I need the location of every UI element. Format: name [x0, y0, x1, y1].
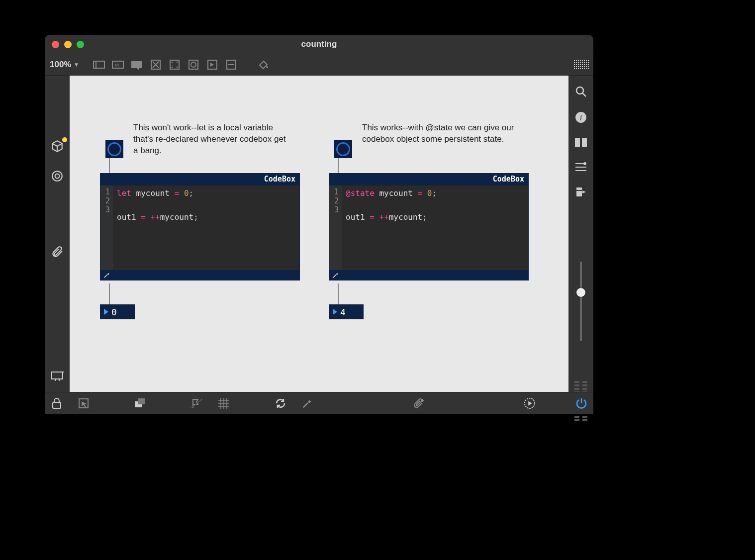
- play-icon[interactable]: [524, 397, 536, 409]
- codebox-title: CodeBox: [100, 174, 299, 186]
- zoom-value: 100%: [50, 60, 71, 70]
- presentation-icon[interactable]: [50, 369, 64, 383]
- svg-point-21: [55, 174, 60, 179]
- split-view-icon[interactable]: [574, 137, 587, 148]
- zoom-dropdown[interactable]: 100% ▼: [50, 60, 79, 70]
- slider-thumb[interactable]: [576, 288, 585, 297]
- target-icon[interactable]: [50, 169, 64, 183]
- paint-bucket-icon[interactable]: [256, 59, 270, 71]
- bottom-toolbar: [45, 392, 593, 414]
- code-area[interactable]: @state mycount = 0; out1 = ++mycount;: [342, 186, 528, 270]
- close-button[interactable]: [52, 41, 59, 48]
- code-area[interactable]: let mycount = 0; out1 = ++mycount;: [113, 186, 299, 270]
- power-icon[interactable]: [575, 397, 587, 409]
- toggle-icon[interactable]: [149, 59, 163, 71]
- grid-icon[interactable]: [574, 59, 588, 71]
- bang-button[interactable]: [334, 140, 352, 158]
- svg-marker-50: [528, 401, 532, 405]
- volume-slider[interactable]: [580, 232, 582, 341]
- line-number-gutter: 1 2 3: [329, 186, 342, 270]
- svg-rect-13: [189, 60, 198, 69]
- triangle-icon: [104, 309, 108, 315]
- attach-plus-icon[interactable]: [413, 397, 425, 409]
- build-hammer-icon[interactable]: [301, 397, 313, 409]
- bang-icon[interactable]: [187, 59, 200, 71]
- line-number-gutter: 1 2 3: [100, 186, 113, 270]
- comment-text: This won't work--let is a local variable…: [133, 122, 287, 157]
- flag-icon[interactable]: [191, 397, 203, 409]
- titlebar: counting: [45, 35, 593, 54]
- svg-marker-16: [210, 63, 214, 67]
- svg-point-35: [583, 162, 586, 165]
- svg-rect-22: [52, 372, 63, 379]
- left-sidebar: [45, 76, 70, 392]
- message-box-icon[interactable]: m: [111, 59, 125, 71]
- bang-button[interactable]: [105, 140, 123, 158]
- patch-cable: [109, 283, 110, 304]
- svg-rect-0: [94, 61, 104, 68]
- svg-text:m: m: [115, 62, 119, 68]
- cursor-icon[interactable]: [78, 397, 90, 409]
- export-icon[interactable]: [574, 186, 587, 198]
- object-box-icon[interactable]: [92, 59, 106, 71]
- number-box[interactable]: 4: [329, 304, 364, 319]
- slider-icon[interactable]: [205, 59, 219, 71]
- patch-cable: [338, 283, 339, 304]
- panel-icon[interactable]: [224, 59, 238, 71]
- svg-point-12: [177, 67, 178, 68]
- svg-point-19: [266, 66, 268, 68]
- svg-point-26: [576, 87, 583, 94]
- comment-box-icon[interactable]: [130, 59, 144, 71]
- hammer-icon[interactable]: [103, 272, 110, 279]
- window-title: counting: [45, 39, 593, 49]
- svg-rect-30: [575, 138, 580, 147]
- triangle-icon: [333, 309, 337, 315]
- right-sidebar: i: [568, 76, 593, 392]
- svg-rect-8: [170, 60, 179, 69]
- top-toolbar: 100% ▼ m: [45, 54, 593, 76]
- package-icon[interactable]: [50, 139, 64, 153]
- hammer-icon[interactable]: [332, 272, 339, 279]
- svg-line-27: [582, 93, 586, 96]
- svg-text:i: i: [580, 113, 582, 122]
- number-box[interactable]: 0: [100, 304, 135, 319]
- codebox-title: CodeBox: [329, 174, 528, 186]
- number-value: 0: [111, 307, 117, 317]
- app-window: counting 100% ▼ m: [45, 35, 593, 414]
- svg-point-11: [172, 67, 173, 68]
- codebox-object[interactable]: CodeBox 1 2 3 let mycount = 0; out1 = ++…: [100, 173, 300, 280]
- paperclip-icon[interactable]: [50, 245, 64, 259]
- maximize-button[interactable]: [77, 41, 84, 48]
- svg-rect-36: [53, 402, 61, 408]
- svg-point-14: [191, 62, 196, 67]
- patch-cable: [338, 158, 339, 173]
- bang-circle-icon: [336, 142, 350, 156]
- svg-rect-39: [138, 398, 145, 404]
- comment-text: This works--with @state we can give our …: [362, 122, 516, 145]
- bang-circle-icon: [107, 142, 121, 156]
- caret-down-icon: ▼: [73, 61, 79, 68]
- patch-cable: [109, 158, 110, 173]
- info-icon[interactable]: i: [574, 111, 587, 123]
- search-icon[interactable]: [574, 86, 587, 97]
- svg-point-10: [177, 62, 178, 63]
- refresh-icon[interactable]: [275, 397, 286, 409]
- codebox-object[interactable]: CodeBox 1 2 3 @state mycount = 0; out1 =…: [329, 173, 529, 280]
- object-palette: m: [92, 59, 270, 71]
- svg-rect-31: [582, 138, 587, 147]
- lock-icon[interactable]: [51, 397, 63, 409]
- minimize-button[interactable]: [64, 41, 72, 48]
- number-value: 4: [340, 307, 346, 317]
- layers-icon[interactable]: [134, 397, 146, 409]
- number-box-icon[interactable]: [168, 59, 182, 71]
- svg-point-9: [172, 62, 173, 63]
- list-icon[interactable]: [574, 162, 587, 172]
- grid-snap-icon[interactable]: [218, 397, 230, 409]
- patcher-canvas[interactable]: This won't work--let is a local variable…: [70, 76, 568, 392]
- svg-rect-4: [131, 61, 142, 68]
- svg-point-20: [52, 171, 62, 181]
- notification-badge: [62, 137, 67, 142]
- traffic-lights: [52, 41, 84, 48]
